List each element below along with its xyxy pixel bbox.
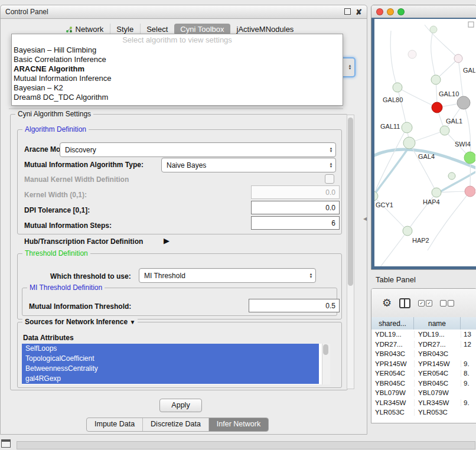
node-gal80[interactable] [393,83,402,92]
popup-placeholder: Select algorithm to view settings [12,34,343,45]
dpi-tolerance-field[interactable]: 0.0 [251,201,340,214]
mac-zoom-button[interactable] [397,8,405,15]
node[interactable] [431,75,441,84]
scrollbar-thumb[interactable] [323,344,328,355]
node-label: HAP2 [412,237,429,244]
aracne-mode-select[interactable]: Discovery ▲▼ [60,142,336,157]
manual-kernel-label: Manual Kernel Width Definition [24,175,129,184]
table-row[interactable]: YLR053CYLR053C [371,407,476,418]
which-threshold-label: Which threshold to use: [50,272,131,281]
expand-right-icon[interactable]: ▶ [164,236,169,245]
node[interactable] [454,54,462,63]
mi-threshold-label: Mutual Information Threshold: [29,302,131,311]
list-item[interactable]: BetweennessCentrality [22,364,319,374]
manual-kernel-checkbox[interactable] [325,174,334,184]
group-title: MI Threshold Definition [27,283,105,292]
apply-button[interactable]: Apply [159,399,202,412]
panel-corner-icon[interactable] [1,439,11,448]
data-attributes-label: Data Attributes [23,334,74,342]
table-row[interactable]: YBR045CYBR045C9. [371,379,476,389]
table-row[interactable]: YBR043CYBR043C [371,349,476,359]
float-window-icon[interactable] [344,8,351,16]
tab-infer-network[interactable]: Infer Network [208,418,268,431]
node[interactable] [448,172,455,180]
deselect-all-columns-icon[interactable] [440,300,454,306]
list-scrollbar[interactable] [322,344,330,384]
scrollbar-thumb[interactable] [348,118,353,286]
collapse-down-icon[interactable]: ▼ [129,319,135,325]
network-icon [66,26,73,33]
hub-definition-label[interactable]: Hub/Transcription Factor Definition [24,237,143,246]
kernel-width-field[interactable]: 0.0 [251,185,340,199]
mac-minimize-button[interactable] [387,8,394,15]
mac-close-button[interactable] [376,8,383,15]
node[interactable] [430,26,437,33]
table-row[interactable]: YER054CYER054C8. [371,369,476,379]
cyni-bottom-tabs: Impute Data Discretize Data Infer Networ… [86,418,269,432]
mi-threshold-field[interactable]: 0.5 [249,299,340,312]
tab-discretize-data[interactable]: Discretize Data [142,418,208,431]
panel-divider-handle[interactable]: ◀ [363,216,367,221]
node-label: GAL10 [439,90,459,97]
table-row[interactable]: YDL19...YDL19...13 [371,330,476,340]
group-title: Cyni Algorithm Settings [15,110,93,118]
popup-item[interactable]: Bayesian – Hill Climbing [12,45,343,55]
gear-icon[interactable]: ⚙ [382,298,392,308]
mi-algorithm-type-select[interactable]: Naive Bayes ▲▼ [161,158,336,172]
kernel-width-label: Kernel Width (0,1): [24,191,87,199]
list-item[interactable]: SelfLoops [22,344,319,354]
node-gcy1[interactable] [374,191,378,201]
node-label: GAL11 [380,123,400,130]
algorithm-dropdown-popup: Select algorithm to view settings Bayesi… [11,34,343,106]
group-title: Threshold Definition [22,249,90,257]
overview-toggle-icon[interactable] [468,22,474,27]
combo-arrows-icon: ▲▼ [345,64,354,70]
node-hap4[interactable] [432,188,441,197]
popup-item[interactable]: Basic Correlation Inference [12,55,343,64]
table-row[interactable]: YBL079WYBL079W [371,388,476,398]
column-header-shared[interactable]: shared... [371,317,414,330]
node-label: GAL80 [383,96,403,103]
node-gray[interactable] [457,96,470,109]
select-all-columns-icon[interactable]: ✓✓ [418,300,432,306]
close-icon[interactable]: ✘ [356,9,362,15]
combo-arrows-icon: ▲▼ [327,162,335,168]
mi-steps-label: Mutual Information Steps: [24,221,112,230]
node-gal1[interactable] [440,126,449,135]
table-panel-window: ⚙ ✓✓ shared... name YDL19...YDL19...13 Y… [371,288,476,423]
data-attributes-list: SelfLoops TopologicalCoefficient Between… [22,344,330,384]
table-row[interactable]: YDR27...YDR27...12 [371,340,476,350]
node-gal4[interactable] [403,137,415,149]
popup-item[interactable]: Mutual Information Inference [12,74,343,83]
node-swi4[interactable] [464,152,475,164]
network-canvas[interactable]: GAL80 GAL10 GAL11 GAL1 SWI4 GAL4 GCY1 HA… [371,18,476,269]
node-hap2[interactable] [403,226,412,236]
list-item[interactable]: TopologicalCoefficient [22,354,319,364]
node-label: HAP4 [423,198,440,206]
node-label: GAL [463,67,475,74]
network-graph: GAL80 GAL10 GAL11 GAL1 SWI4 GAL4 GCY1 HA… [374,19,475,268]
list-item[interactable]: gal4RGexp [22,374,319,384]
table-panel-title: Table Panel [376,275,416,284]
table-header: shared... name [371,317,476,330]
column-header-extra[interactable] [461,317,476,330]
table-row[interactable]: YPR145WYPR145W9. [371,359,476,369]
control-panel-window: Control Panel ✘ Network Style Select Cyn… [0,5,367,435]
which-threshold-select[interactable]: MI Threshold ▲▼ [139,268,316,283]
popup-item-selected[interactable]: ARACNE Algorithm [12,64,343,74]
node[interactable] [408,50,416,58]
network-view-window: GAL80 GAL10 GAL11 GAL1 SWI4 GAL4 GCY1 HA… [371,5,476,270]
bottom-scrollbar[interactable] [17,441,475,449]
column-settings-icon[interactable] [399,298,410,308]
tab-impute-data[interactable]: Impute Data [87,418,142,431]
popup-item[interactable]: Bayesian – K2 [12,83,343,93]
table-row[interactable]: YLR345WYLR345W9. [371,398,476,408]
popup-item[interactable]: Dream8 DC_TDC Algorithm [12,93,343,102]
control-panel-titlebar: Control Panel ✘ [1,5,367,19]
column-header-name[interactable]: name [414,317,461,330]
node-gal10-selected[interactable] [432,102,442,113]
mi-steps-field[interactable]: 6 [251,216,340,230]
node-pink[interactable] [465,186,475,197]
node-gal11[interactable] [402,122,412,133]
settings-scrollbar[interactable] [347,115,354,389]
